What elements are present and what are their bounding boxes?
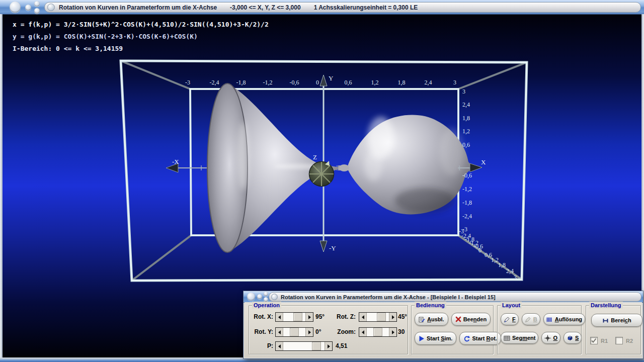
rot-x-right-arrow-icon[interactable] <box>305 313 313 321</box>
group-darstellung-caption: Darstellung <box>589 302 623 309</box>
grid-icon <box>504 335 510 341</box>
check-mark-icon <box>591 337 597 344</box>
panel-body: Operation Rot. X: 95° Rot. Z: 45° Rot. Y… <box>245 302 642 357</box>
group-layout: Layout F B <box>497 305 582 354</box>
rot-y-thumb[interactable] <box>290 328 299 336</box>
group-bedienung-caption: Bedienung <box>415 302 446 309</box>
group-darstellung: Darstellung Bereich R1 R2 <box>586 305 641 354</box>
group-layout-caption: Layout <box>501 302 522 309</box>
rot-z-track[interactable] <box>367 313 389 321</box>
panel-window-control-small[interactable] <box>257 294 262 299</box>
resolution-bars-icon <box>546 316 553 323</box>
start-rot-button[interactable]: Start Rot. <box>459 332 501 345</box>
zoom-track[interactable] <box>367 328 389 336</box>
control-panel-window: Rotation von Kurven in Parameterform um … <box>243 291 643 359</box>
rot-x-label: Rot. X: <box>250 313 273 320</box>
p-label: P: <box>250 342 273 349</box>
panel-window-control-large[interactable] <box>247 293 255 301</box>
group-bedienung: Bedienung Ausbl. <box>411 305 494 354</box>
zoom-thumb[interactable] <box>373 328 382 336</box>
window-control-top[interactable] <box>34 1 40 7</box>
p-track[interactable] <box>283 342 325 350</box>
bereich-button[interactable]: Bereich <box>591 314 642 327</box>
panel-title-capsule: Rotation von Kurven in Parameterform um … <box>269 292 641 302</box>
brush-icon <box>525 316 531 323</box>
p-left-arrow-icon[interactable] <box>276 342 283 350</box>
beenden-button[interactable]: Beenden <box>451 313 491 326</box>
pen-icon <box>504 316 510 323</box>
crosshair-icon <box>544 335 551 341</box>
zoom-value: 30 <box>398 328 405 335</box>
main-window-title: Rotation von Kurven in Parameterform um … <box>59 4 431 11</box>
range-icon <box>602 317 609 324</box>
panel-window-title: Rotation von Kurven in Parameterform um … <box>281 294 496 300</box>
p-value: 4,51 <box>336 342 347 349</box>
close-x-icon <box>455 316 461 322</box>
zoom-label: Zoom: <box>333 328 356 335</box>
segment-button[interactable]: Segment <box>501 332 538 344</box>
panel-window-control-bottom[interactable] <box>264 297 268 302</box>
panel-titlebar: Rotation von Kurven in Parameterform um … <box>244 291 643 303</box>
rot-y-label: Rot. Y: <box>250 328 273 335</box>
r1-checkbox[interactable] <box>590 337 598 344</box>
rot-y-value: 0° <box>315 328 321 335</box>
rot-z-thumb[interactable] <box>377 313 386 321</box>
rot-x-left-arrow-icon[interactable] <box>276 313 283 321</box>
rot-z-right-arrow-icon[interactable] <box>389 313 396 321</box>
window-frame-left <box>0 14 3 362</box>
rot-z-slider[interactable] <box>359 312 397 322</box>
hide-form-icon <box>419 316 425 323</box>
rot-z-value: 45° <box>398 313 407 320</box>
app-icon <box>47 4 55 11</box>
main-titlebar: Rotation von Kurven in Parameterform um … <box>0 0 644 15</box>
origin-button[interactable]: O <box>541 332 560 344</box>
r2-checkbox-label: R2 <box>626 338 633 344</box>
formula-y: y = g(k,p) = COS(K)+SIN(-2+3·K)·COS(K-6)… <box>13 33 269 45</box>
r1-checkbox-label: R1 <box>601 338 608 344</box>
formula-block: x = f(k,p) = 3/2·SIN(5+K)^2·COS(K)+(4,51… <box>13 21 269 57</box>
play-icon <box>419 335 425 342</box>
rot-z-label: Rot. Z: <box>333 313 356 320</box>
background-color-button[interactable]: B <box>522 313 540 325</box>
panel-window-control-top[interactable] <box>264 292 268 296</box>
surface-button[interactable]: S <box>564 332 582 344</box>
start-sim-button[interactable]: Start Sim. <box>415 332 456 345</box>
rot-y-right-arrow-icon[interactable] <box>305 328 313 336</box>
rot-x-slider[interactable] <box>275 312 313 322</box>
ausbl-button[interactable]: Ausbl. <box>415 313 448 326</box>
zoom-left-arrow-icon[interactable] <box>359 328 367 336</box>
zoom-slider[interactable] <box>359 327 397 337</box>
formula-interval: I-Bereich: 0 <= k <= 3,14159 <box>13 45 269 57</box>
main-title-capsule: Rotation von Kurven in Parameterform um … <box>44 2 641 13</box>
p-slider[interactable] <box>275 341 333 351</box>
foreground-color-button[interactable]: F <box>501 313 519 325</box>
aufloesung-button[interactable]: Auflösung <box>543 313 585 325</box>
rot-z-left-arrow-icon[interactable] <box>359 313 367 321</box>
group-operation: Operation Rot. X: 95° Rot. Z: 45° Rot. Y… <box>249 305 408 354</box>
zoom-right-arrow-icon[interactable] <box>389 328 396 336</box>
rotate-icon <box>463 335 470 342</box>
window-control-bottom[interactable] <box>34 8 40 14</box>
panel-app-icon <box>271 294 278 300</box>
cube-icon <box>567 335 573 341</box>
p-right-arrow-icon[interactable] <box>325 342 332 350</box>
group-operation-caption: Operation <box>252 302 281 309</box>
rot-y-left-arrow-icon[interactable] <box>276 328 283 336</box>
formula-x: x = f(k,p) = 3/2·SIN(5+K)^2·COS(K)+(4,51… <box>13 21 269 33</box>
r2-checkbox[interactable] <box>615 337 623 344</box>
window-control-small[interactable] <box>25 5 31 11</box>
p-thumb[interactable] <box>312 342 321 350</box>
rot-y-track[interactable] <box>283 328 305 336</box>
rot-x-thumb[interactable] <box>293 313 302 321</box>
rot-y-slider[interactable] <box>275 327 313 337</box>
window-control-large[interactable] <box>10 2 21 13</box>
rot-x-value: 95° <box>315 313 325 320</box>
rot-x-track[interactable] <box>283 313 305 321</box>
